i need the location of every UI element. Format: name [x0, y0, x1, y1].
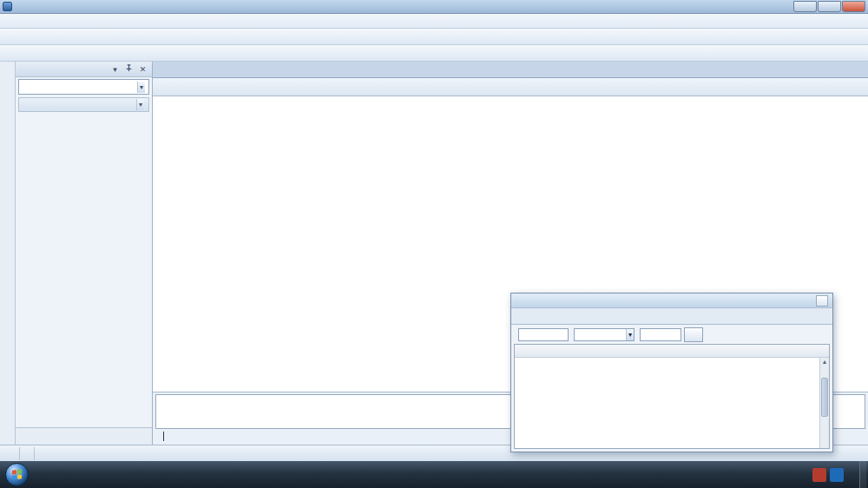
pin-icon[interactable] [123, 63, 135, 75]
toolbar-drawing [0, 45, 868, 62]
dialog-close-icon[interactable] [816, 295, 828, 307]
legend-panel-header: ▾ ✕ [16, 62, 152, 77]
results-filter-row: ▾ [511, 325, 832, 344]
windows-flag-icon [12, 469, 22, 479]
legend-items [16, 112, 152, 427]
results-table: ▲ [514, 344, 830, 449]
scale-indicator[interactable] [5, 447, 20, 460]
app-icon [3, 2, 12, 11]
chevron-down-icon: ▾ [136, 99, 144, 110]
close-button[interactable] [842, 1, 865, 12]
condition-select[interactable]: ▾ [574, 328, 635, 341]
legend-section-header[interactable]: ▾ [18, 97, 149, 112]
desktop-screen: ▾ ✕ ▾ ▾ [0, 0, 868, 488]
system-tray [809, 468, 858, 482]
results-dialog-tabs [511, 308, 832, 325]
title-bar [0, 0, 868, 14]
toolbar-standard [0, 29, 868, 45]
chevron-down-icon[interactable]: ▾ [109, 63, 121, 75]
scrollbar-thumb[interactable] [821, 378, 828, 417]
side-tool-strip [0, 62, 16, 445]
start-button[interactable] [5, 463, 29, 486]
menu-bar [0, 14, 868, 29]
find-input[interactable] [518, 328, 569, 341]
table-scrollbar[interactable]: ▲ [819, 358, 829, 448]
chevron-down-icon: ▾ [137, 82, 145, 93]
legend-footer [16, 427, 152, 445]
show-desktop-button[interactable] [859, 461, 866, 488]
results-dialog-titlebar[interactable] [511, 293, 832, 308]
results-dialog: ▾ ▲ [510, 293, 833, 452]
legend-panel: ▾ ✕ ▾ ▾ [16, 62, 153, 445]
canvas-toolbar [153, 78, 868, 96]
text-caret [163, 432, 169, 441]
maximize-button[interactable] [818, 1, 841, 12]
windows-taskbar [0, 461, 868, 488]
ime-chinese-icon[interactable] [830, 468, 844, 482]
ime-sogou-icon[interactable] [812, 468, 826, 482]
scroll-up-icon[interactable]: ▲ [820, 358, 829, 367]
close-icon[interactable]: ✕ [137, 63, 148, 75]
query-button[interactable] [684, 327, 703, 342]
results-table-header [515, 345, 829, 358]
symbol-library-select[interactable]: ▾ [18, 79, 149, 95]
minimize-button[interactable] [793, 1, 817, 12]
chevron-down-icon: ▾ [626, 329, 634, 340]
value-input[interactable] [640, 328, 681, 341]
coordinates-readout [20, 447, 35, 460]
document-tab-bar [153, 62, 868, 78]
